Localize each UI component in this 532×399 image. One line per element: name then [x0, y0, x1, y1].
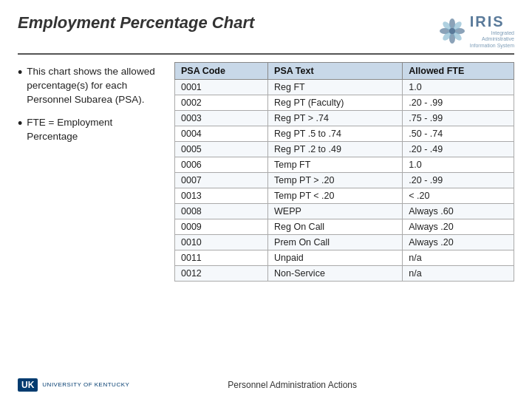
table-cell-6-1: Temp PT > .20 [268, 173, 403, 188]
uk-university-text: UNIVERSITY OF KENTUCKY [42, 381, 129, 389]
table-cell-6-0: 0007 [175, 173, 268, 188]
table-cell-7-2: < .20 [403, 188, 514, 204]
table-cell-10-0: 0010 [175, 235, 268, 250]
table-cell-11-2: n/a [403, 250, 514, 266]
table-cell-0-1: Reg FT [268, 80, 403, 95]
table-cell-5-2: 1.0 [403, 157, 514, 173]
table-cell-12-0: 0012 [175, 266, 268, 282]
table-cell-1-1: Reg PT (Faculty) [268, 95, 403, 111]
bullet-item-2: • FTE = Employment Percentage [18, 116, 166, 144]
uk-box-label: UK [18, 378, 38, 392]
table-cell-8-2: Always .60 [403, 204, 514, 219]
uk-logo: UK UNIVERSITY OF KENTUCKY [18, 378, 129, 392]
table-body: 0001Reg FT1.00002Reg PT (Faculty).20 - .… [175, 80, 514, 282]
main-content: • This chart shows the allowed percentag… [18, 62, 514, 369]
iris-logo-flower [439, 18, 466, 44]
table-row: 0001Reg FT1.0 [175, 80, 514, 95]
table-cell-11-1: Unpaid [268, 250, 403, 266]
table-cell-7-1: Temp PT < .20 [268, 188, 403, 204]
table-cell-10-2: Always .20 [403, 235, 514, 250]
bullet-1-marker: • [18, 65, 22, 81]
table-cell-10-1: Prem On Call [268, 235, 403, 250]
footer-center-text: Personnel Administration Actions [129, 380, 455, 390]
table-header-row: PSA Code PSA Text Allowed FTE [175, 63, 514, 80]
col-header-psa-text: PSA Text [268, 63, 403, 80]
table-cell-9-1: Reg On Call [268, 219, 403, 235]
table-cell-2-2: .75 - .99 [403, 111, 514, 126]
table-row: 0003Reg PT > .74.75 - .99 [175, 111, 514, 126]
table-cell-2-1: Reg PT > .74 [268, 111, 403, 126]
table-cell-5-0: 0006 [175, 157, 268, 173]
table-cell-9-0: 0009 [175, 219, 268, 235]
table-row: 0010Prem On CallAlways .20 [175, 235, 514, 250]
col-header-psa-code: PSA Code [175, 63, 268, 80]
table-cell-3-0: 0004 [175, 126, 268, 142]
bullet-1-text: This chart shows the allowed percentage(… [27, 65, 166, 107]
header: Employment Percentage Chart IRIS Integra… [18, 13, 514, 55]
left-panel: • This chart shows the allowed percentag… [18, 62, 166, 369]
psa-table: PSA Code PSA Text Allowed FTE 0001Reg FT… [174, 62, 514, 282]
logo-area: IRIS Integrated Administrative Informati… [439, 13, 514, 49]
table-cell-11-0: 0011 [175, 250, 268, 266]
table-area: PSA Code PSA Text Allowed FTE 0001Reg FT… [174, 62, 514, 369]
table-cell-4-1: Reg PT .2 to .49 [268, 142, 403, 157]
logo-iris-text: IRIS [470, 13, 514, 30]
bullet-2-text: FTE = Employment Percentage [27, 116, 166, 144]
table-row: 0004Reg PT .5 to .74.50 - .74 [175, 126, 514, 142]
table-cell-4-2: .20 - .49 [403, 142, 514, 157]
page-title: Employment Percentage Chart [18, 13, 254, 33]
table-cell-12-1: Non-Service [268, 266, 403, 282]
table-row: 0013Temp PT < .20< .20 [175, 188, 514, 204]
logo-text-area: IRIS Integrated Administrative Informati… [470, 13, 514, 49]
table-row: 0012Non-Servicen/a [175, 266, 514, 282]
footer: UK UNIVERSITY OF KENTUCKY Personnel Admi… [18, 375, 514, 392]
bullet-item-1: • This chart shows the allowed percentag… [18, 65, 166, 107]
table-cell-0-2: 1.0 [403, 80, 514, 95]
table-cell-8-0: 0008 [175, 204, 268, 219]
table-row: 0007Temp PT > .20.20 - .99 [175, 173, 514, 188]
col-header-allowed-fte: Allowed FTE [403, 63, 514, 80]
svg-point-9 [449, 28, 455, 34]
table-cell-1-0: 0002 [175, 95, 268, 111]
bullet-2-marker: • [18, 116, 22, 132]
table-cell-8-1: WEPP [268, 204, 403, 219]
logo-subtext: Integrated Administrative Information Sy… [470, 30, 514, 49]
table-cell-2-0: 0003 [175, 111, 268, 126]
table-row: 0009Reg On CallAlways .20 [175, 219, 514, 235]
table-cell-3-1: Reg PT .5 to .74 [268, 126, 403, 142]
table-row: 0005Reg PT .2 to .49.20 - .49 [175, 142, 514, 157]
table-cell-4-0: 0005 [175, 142, 268, 157]
table-row: 0011Unpaidn/a [175, 250, 514, 266]
table-row: 0006Temp FT1.0 [175, 157, 514, 173]
table-cell-5-1: Temp FT [268, 157, 403, 173]
table-cell-12-2: n/a [403, 266, 514, 282]
table-cell-7-0: 0013 [175, 188, 268, 204]
table-cell-1-2: .20 - .99 [403, 95, 514, 111]
table-cell-9-2: Always .20 [403, 219, 514, 235]
table-row: 0008WEPPAlways .60 [175, 204, 514, 219]
table-cell-3-2: .50 - .74 [403, 126, 514, 142]
table-cell-0-0: 0001 [175, 80, 268, 95]
table-cell-6-2: .20 - .99 [403, 173, 514, 188]
page-container: Employment Percentage Chart IRIS Integra… [0, 0, 532, 399]
table-row: 0002Reg PT (Faculty).20 - .99 [175, 95, 514, 111]
